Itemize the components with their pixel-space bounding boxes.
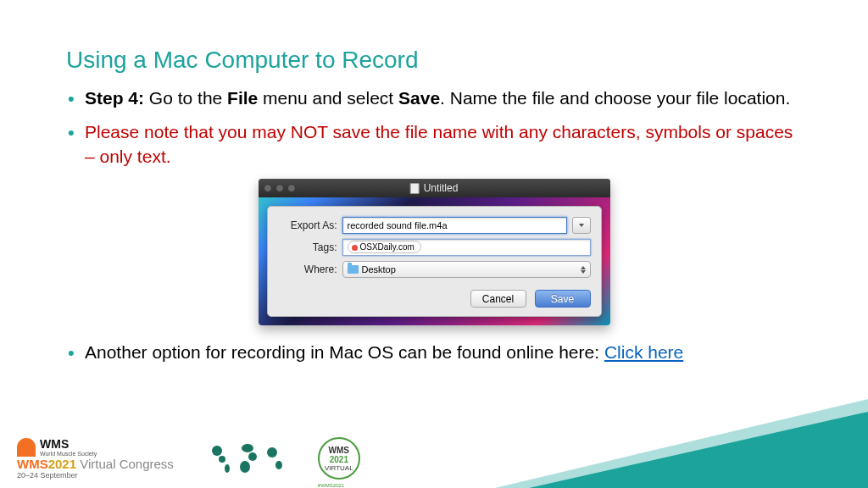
badge-wms: WMS [329,446,349,455]
brand-wms: WMS [17,457,48,471]
sun-icon [17,438,36,457]
where-row: Where: Desktop [278,261,591,278]
click-here-link[interactable]: Click here [604,342,683,362]
dialog-buttons: Cancel Save [278,290,591,308]
bullet-list: Step 4: Go to the File menu and select S… [0,86,868,169]
badge-year: 2021 [330,455,348,464]
document-icon [410,183,420,194]
where-select[interactable]: Desktop [342,261,591,278]
bullet-list-2: Another option for recording in Mac OS c… [0,341,868,364]
step-text-2: menu and select [258,88,398,108]
export-as-label: Export As: [278,219,337,231]
world-map-icon [199,437,292,480]
tag-color-icon [352,245,358,251]
save-button[interactable]: Save [535,290,591,308]
tag-token: OSXDaily.com [348,241,421,253]
updown-arrows-icon [581,266,586,274]
bullet-note: Please note that you may NOT save the fi… [66,120,802,169]
step-text-1: Go to the [144,88,227,108]
close-icon[interactable] [264,184,272,192]
brand-year: 2021 [48,457,76,471]
event-badge: WMS 2021 VIRTUAL #WMS2021 [318,437,360,480]
where-value: Desktop [362,264,396,274]
wms-logo: WMS World Muscle Society WMS2021 Virtual… [17,437,174,480]
export-as-row: Export As: [278,217,591,234]
zoom-icon[interactable] [287,184,296,192]
chevron-down-icon [579,224,584,227]
expand-button[interactable] [572,217,591,234]
step-text-3: . Name the file and choose your file loc… [440,88,790,108]
window-titlebar: Untitled [259,179,610,197]
tags-input[interactable]: OSXDaily.com [342,239,591,256]
tag-text: OSXDaily.com [360,242,415,252]
tags-row: Tags: OSXDaily.com [278,239,591,256]
export-as-input[interactable] [342,217,567,234]
wms-expansion: World Muscle Society [40,451,97,457]
save-sheet: Export As: Tags: OSXDaily.com Where: Des… [267,206,602,317]
step-save-bold: Save [398,88,440,108]
bullet-step4: Step 4: Go to the File menu and select S… [66,86,802,110]
bullet-another-option: Another option for recording in Mac OS c… [66,341,802,364]
badge-virtual: VIRTUAL [325,464,353,472]
step-label: Step 4: [85,88,144,108]
where-label: Where: [278,263,337,275]
minimize-icon[interactable] [275,184,284,192]
brand-subtitle: Virtual Congress [76,457,174,471]
tags-label: Tags: [278,241,337,253]
cancel-button[interactable]: Cancel [470,290,526,308]
mac-save-dialog: Untitled Export As: Tags: OSXDaily.com W… [259,179,610,325]
screenshot-container: Untitled Export As: Tags: OSXDaily.com W… [0,179,868,325]
badge-hashtag: #WMS2021 [318,483,344,488]
window-title: Untitled [424,182,459,194]
step-file-bold: File [227,88,258,108]
event-dates: 20–24 September [17,471,174,480]
slide-title: Using a Mac Computer to Record [0,0,868,86]
another-text: Another option for recording in Mac OS c… [85,342,604,362]
wms-acronym: WMS [40,437,97,451]
folder-icon [348,265,359,274]
footer: WMS World Muscle Society WMS2021 Virtual… [0,429,868,488]
